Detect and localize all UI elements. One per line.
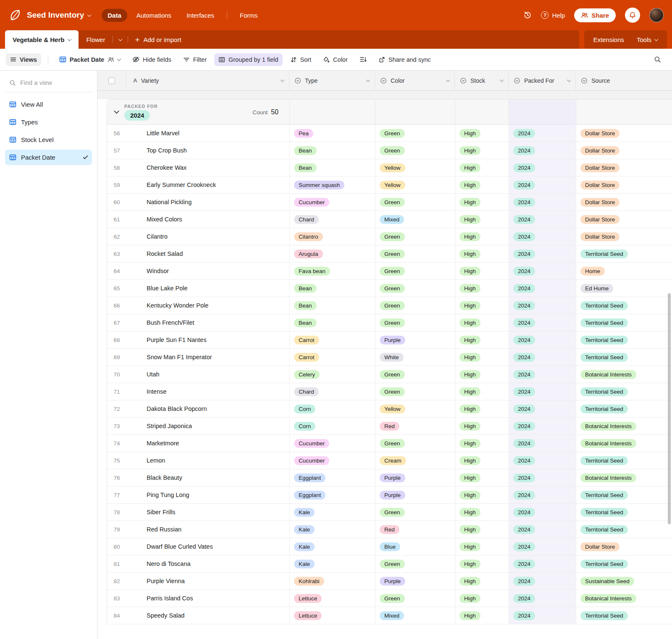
type-cell[interactable]: Bean bbox=[289, 142, 375, 159]
color-cell[interactable]: Green bbox=[375, 125, 455, 142]
row-number[interactable]: 67 bbox=[107, 314, 126, 331]
type-cell[interactable]: Cucumber bbox=[289, 194, 375, 210]
packed-for-cell[interactable]: 2024 bbox=[509, 159, 576, 176]
source-cell[interactable]: Territorial Seed bbox=[576, 504, 672, 521]
variety-cell[interactable]: Black Beauty bbox=[126, 469, 289, 486]
source-cell[interactable]: Ed Hume bbox=[576, 280, 672, 297]
stock-cell[interactable]: High bbox=[455, 142, 509, 159]
packed-for-cell[interactable]: 2024 bbox=[509, 452, 576, 469]
type-cell[interactable]: Eggplant bbox=[289, 469, 375, 486]
variety-cell[interactable]: Early Summer Crookneck bbox=[126, 176, 289, 193]
type-cell[interactable]: Pea bbox=[289, 125, 375, 142]
color-cell[interactable]: Purple bbox=[375, 469, 455, 486]
color-cell[interactable]: Green bbox=[375, 245, 455, 262]
source-cell[interactable]: Dollar Store bbox=[576, 142, 672, 159]
source-cell[interactable]: Territorial Seed bbox=[576, 297, 672, 314]
variety-cell[interactable]: Rocket Salad bbox=[126, 245, 289, 262]
type-cell[interactable]: Eggplant bbox=[289, 486, 375, 503]
type-cell[interactable]: Carrot bbox=[289, 331, 375, 348]
source-cell[interactable]: Dollar Store bbox=[576, 228, 672, 245]
color-cell[interactable]: Green bbox=[375, 555, 455, 572]
stock-cell[interactable]: High bbox=[455, 211, 509, 228]
table-row[interactable]: 78Siber FrillsKaleGreenHigh2024Territori… bbox=[107, 504, 672, 521]
source-cell[interactable]: Dollar Store bbox=[576, 211, 672, 228]
table-row[interactable]: 65Blue Lake PoleBeanGreenHigh2024Ed Hume bbox=[107, 280, 672, 297]
chevron-down-icon[interactable] bbox=[446, 78, 450, 82]
variety-cell[interactable]: Top Crop Bush bbox=[126, 142, 289, 159]
packed-for-cell[interactable]: 2024 bbox=[509, 486, 576, 503]
group-button[interactable]: Grouped by 1 field bbox=[214, 53, 283, 66]
column-header-color[interactable]: Color bbox=[375, 71, 454, 90]
color-cell[interactable]: Red bbox=[375, 521, 455, 538]
source-cell[interactable]: Dollar Store bbox=[576, 194, 672, 210]
packed-for-cell[interactable]: 2024 bbox=[509, 607, 576, 624]
variety-cell[interactable]: Red Russian bbox=[126, 521, 289, 538]
color-cell[interactable]: Yellow bbox=[375, 400, 455, 417]
stock-cell[interactable]: High bbox=[455, 280, 509, 297]
column-header-stock[interactable]: Stock bbox=[454, 71, 508, 90]
tools-button[interactable]: Tools bbox=[637, 36, 658, 43]
extensions-button[interactable]: Extensions bbox=[593, 36, 624, 43]
color-cell[interactable]: Green bbox=[375, 435, 455, 452]
color-cell[interactable]: Mixed bbox=[375, 607, 455, 624]
column-header-source[interactable]: Source bbox=[575, 71, 672, 90]
stock-cell[interactable]: High bbox=[455, 297, 509, 314]
source-cell[interactable]: Botanical Interests bbox=[576, 435, 672, 452]
table-row[interactable]: 76Black BeautyEggplantPurpleHigh2024Bota… bbox=[107, 469, 672, 486]
table-row[interactable]: 71IntenseChardGreenHigh2024Territorial S… bbox=[107, 383, 672, 400]
row-number[interactable]: 65 bbox=[107, 280, 126, 297]
variety-cell[interactable]: Dwarf Blue Curled Vates bbox=[126, 538, 289, 555]
table-row[interactable]: 66Kentucky Wonder PoleBeanGreenHigh2024T… bbox=[107, 297, 672, 314]
packed-for-cell[interactable]: 2024 bbox=[509, 211, 576, 228]
row-number[interactable]: 71 bbox=[107, 383, 126, 400]
type-cell[interactable]: Lettuce bbox=[289, 607, 375, 624]
packed-for-cell[interactable]: 2024 bbox=[509, 383, 576, 400]
source-cell[interactable]: Territorial Seed bbox=[576, 452, 672, 469]
tab-vegetable-herb[interactable]: Vegetable & Herb bbox=[5, 30, 79, 49]
type-cell[interactable]: Kale bbox=[289, 504, 375, 521]
type-cell[interactable]: Bean bbox=[289, 159, 375, 176]
table-row[interactable]: 68Purple Sun F1 NantesCarrotPurpleHigh20… bbox=[107, 331, 672, 349]
current-view-button[interactable]: Packet Date bbox=[55, 53, 125, 66]
collapse-group-chevron-icon[interactable] bbox=[114, 108, 119, 114]
tab-list-chevron[interactable] bbox=[113, 38, 128, 41]
row-number[interactable]: 62 bbox=[107, 228, 126, 245]
source-cell[interactable]: Territorial Seed bbox=[576, 383, 672, 400]
color-cell[interactable]: Green bbox=[375, 314, 455, 331]
table-row[interactable]: 82Purple ViennaKohlrabiPurpleHigh2024Sus… bbox=[107, 573, 672, 590]
color-cell[interactable]: Yellow bbox=[375, 176, 455, 193]
find-view-input[interactable] bbox=[20, 79, 83, 86]
sidebar-item-stock-level[interactable]: Stock Level bbox=[5, 132, 92, 147]
packed-for-cell[interactable]: 2024 bbox=[509, 297, 576, 314]
sidebar-item-view-all[interactable]: View All bbox=[5, 97, 92, 112]
share-button[interactable]: Share bbox=[574, 8, 616, 22]
packed-for-cell[interactable]: 2024 bbox=[509, 504, 576, 521]
source-cell[interactable]: Botanical Interests bbox=[576, 366, 672, 383]
table-row[interactable]: 58Cherokee WaxBeanYellowHigh2024Dollar S… bbox=[107, 159, 672, 176]
stock-cell[interactable]: High bbox=[455, 590, 509, 607]
add-or-import-button[interactable]: + Add or import bbox=[128, 30, 188, 49]
color-cell[interactable]: Purple bbox=[375, 486, 455, 503]
stock-cell[interactable]: High bbox=[455, 521, 509, 538]
row-number[interactable]: 64 bbox=[107, 263, 126, 279]
row-number[interactable]: 84 bbox=[107, 607, 126, 624]
search-button[interactable] bbox=[649, 53, 666, 66]
filter-button[interactable]: Filter bbox=[179, 53, 211, 66]
variety-cell[interactable]: Little Marvel bbox=[126, 125, 289, 142]
row-number[interactable]: 72 bbox=[107, 400, 126, 417]
source-cell[interactable]: Home bbox=[576, 263, 672, 279]
base-title[interactable]: Seed Inventory bbox=[27, 11, 91, 20]
source-cell[interactable]: Dollar Store bbox=[576, 176, 672, 193]
packed-for-cell[interactable]: 2024 bbox=[509, 314, 576, 331]
column-header-variety[interactable]: A Variety bbox=[126, 71, 289, 90]
row-number[interactable]: 57 bbox=[107, 142, 126, 159]
table-row[interactable]: 74MarketmoreCucumberGreenHigh2024Botanic… bbox=[107, 435, 672, 452]
table-row[interactable]: 62CilantroCilantroGreenHigh2024Dollar St… bbox=[107, 228, 672, 245]
row-height-button[interactable] bbox=[355, 53, 371, 66]
color-cell[interactable]: Yellow bbox=[375, 159, 455, 176]
variety-cell[interactable]: National Pickling bbox=[126, 194, 289, 210]
table-row[interactable]: 61Mixed ColorsChardMixedHigh2024Dollar S… bbox=[107, 211, 672, 228]
color-cell[interactable]: Red bbox=[375, 418, 455, 434]
table-row[interactable]: 72Dakota Black PopcornCornYellowHigh2024… bbox=[107, 400, 672, 418]
type-cell[interactable]: Chard bbox=[289, 211, 375, 228]
